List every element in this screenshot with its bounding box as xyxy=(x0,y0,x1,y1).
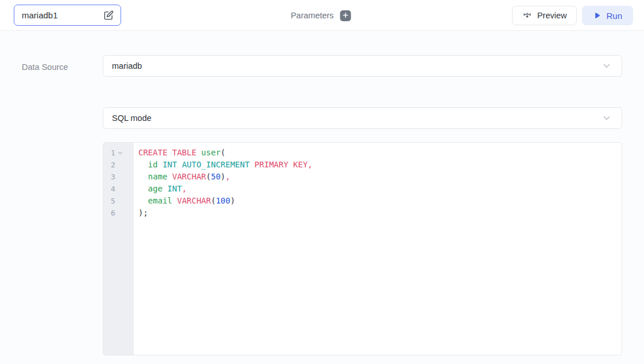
query-name-field[interactable] xyxy=(14,5,121,26)
run-button[interactable]: Run xyxy=(582,6,633,25)
plus-icon xyxy=(342,12,348,18)
header-actions: Preview Run xyxy=(512,6,633,25)
chevron-down-icon xyxy=(602,113,612,123)
eye-icon xyxy=(522,11,532,21)
line-number: 2 xyxy=(103,159,134,171)
query-mode-select-value: SQL mode xyxy=(112,113,152,123)
code-line[interactable]: age INT, xyxy=(138,183,622,195)
chevron-down-icon xyxy=(602,61,612,71)
parameters-label: Parameters xyxy=(290,11,333,20)
line-number: 6 xyxy=(103,207,134,219)
data-source-select[interactable]: mariadb xyxy=(103,55,622,77)
code-line[interactable]: email VARCHAR(100) xyxy=(138,195,622,207)
query-name-input[interactable] xyxy=(22,10,104,20)
code-line[interactable]: id INT AUTO_INCREMENT PRIMARY KEY, xyxy=(138,159,622,171)
preview-button[interactable]: Preview xyxy=(512,6,577,25)
code-line[interactable]: name VARCHAR(50), xyxy=(138,171,622,183)
add-parameter-button[interactable] xyxy=(340,10,351,21)
data-source-label: Data Source xyxy=(22,62,68,72)
query-mode-select[interactable]: SQL mode xyxy=(103,107,622,129)
data-source-select-value: mariadb xyxy=(112,61,142,71)
editor-code[interactable]: CREATE TABLE user( id INT AUTO_INCREMENT… xyxy=(134,143,622,355)
line-number[interactable]: 1 xyxy=(103,147,134,159)
line-number: 3 xyxy=(103,171,134,183)
editor-gutter: 123456 xyxy=(103,143,134,355)
run-button-label: Run xyxy=(606,11,622,21)
line-number: 4 xyxy=(103,183,134,195)
edit-pencil-icon xyxy=(104,10,114,20)
sql-code-editor[interactable]: 123456 CREATE TABLE user( id INT AUTO_IN… xyxy=(103,142,622,355)
header-bar: Parameters Preview Run xyxy=(0,0,644,31)
preview-button-label: Preview xyxy=(537,11,567,20)
code-line[interactable]: ); xyxy=(138,207,622,219)
edit-name-button[interactable] xyxy=(104,10,114,20)
fold-caret-icon[interactable] xyxy=(118,150,122,154)
parameters-section: Parameters xyxy=(290,0,351,31)
code-line[interactable]: CREATE TABLE user( xyxy=(138,147,622,159)
line-number: 5 xyxy=(103,195,134,207)
play-icon xyxy=(593,11,601,19)
